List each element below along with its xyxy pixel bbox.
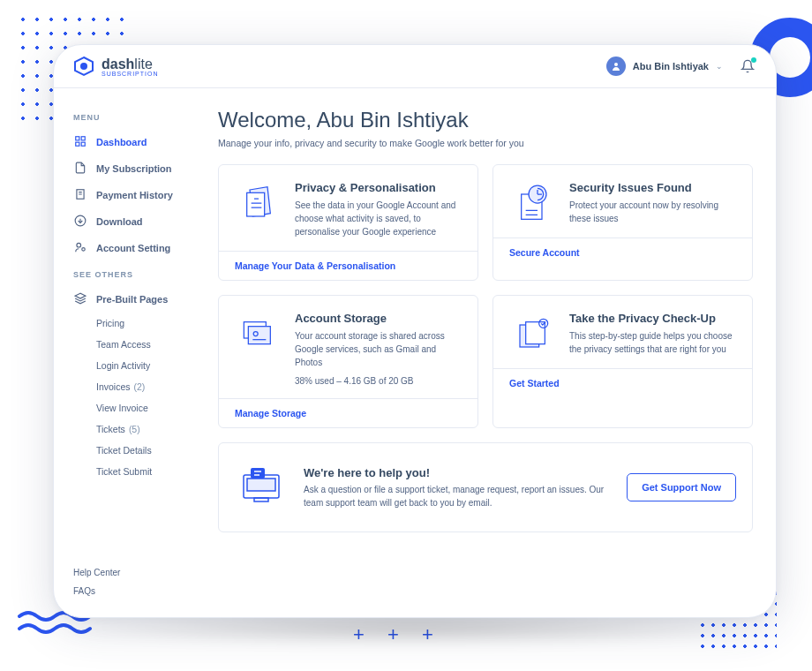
- sidebar-item-subscription[interactable]: My Subscription: [73, 155, 206, 182]
- user-area: Abu Bin Ishtiyak ⌄: [606, 57, 756, 76]
- card-storage: Account Storage Your account storage is …: [218, 295, 478, 428]
- main-content: Welcome, Abu Bin Ishtiyak Manage your in…: [206, 88, 776, 616]
- download-icon: [73, 215, 87, 229]
- faqs-link[interactable]: FAQs: [73, 582, 206, 600]
- privacy-icon: [235, 181, 282, 238]
- brand-logo-icon: [73, 56, 94, 77]
- brand-name: dashlite: [102, 57, 153, 72]
- sub-tickets[interactable]: Tickets(5): [96, 418, 206, 440]
- sidebar: MENU Dashboard My Subscription Payment H…: [54, 88, 206, 616]
- grid-icon: [73, 135, 87, 149]
- card-text: See the data in your Google Account and …: [295, 199, 462, 238]
- device-frame: dashlite SUBSCRIPTION Abu Bin Ishtiyak ⌄…: [53, 44, 777, 618]
- sub-view-invoice[interactable]: View Invoice: [96, 397, 206, 418]
- svg-rect-35: [251, 468, 265, 479]
- avatar-icon: [606, 57, 626, 76]
- sub-pricing[interactable]: Pricing: [96, 313, 206, 334]
- sub-ticket-details[interactable]: Ticket Details: [96, 440, 206, 461]
- receipt-icon: [73, 188, 87, 202]
- sidebar-item-download[interactable]: Download: [73, 208, 206, 235]
- card-title: Take the Privacy Check-Up: [569, 312, 736, 325]
- sidebar-item-payment-history[interactable]: Payment History: [73, 182, 206, 208]
- svg-rect-5: [76, 142, 79, 146]
- sidebar-others-label: SEE OTHERS: [73, 270, 206, 279]
- nav-label: Dashboard: [96, 137, 147, 147]
- sub-team-access[interactable]: Team Access: [96, 334, 206, 355]
- card-privacy: Privacy & Personalisation See the data i…: [218, 164, 478, 281]
- storage-icon: [235, 312, 282, 386]
- user-cog-icon: [73, 241, 87, 255]
- nav-label: My Subscription: [96, 163, 172, 174]
- svg-marker-14: [75, 293, 86, 298]
- card-title: Account Storage: [295, 312, 462, 325]
- checkup-icon: [509, 312, 557, 356]
- card-action-checkup[interactable]: Get Started: [493, 368, 752, 397]
- svg-rect-3: [76, 137, 79, 140]
- svg-rect-30: [526, 322, 545, 344]
- brand-subtitle: SUBSCRIPTION: [102, 71, 159, 77]
- svg-point-12: [77, 243, 81, 247]
- svg-point-13: [82, 248, 86, 252]
- nav-label: Pre-Built Pages: [96, 294, 168, 305]
- nav-label: Download: [96, 216, 143, 227]
- notification-button[interactable]: [739, 57, 756, 75]
- card-action-security[interactable]: Secure Account: [493, 237, 752, 267]
- svg-rect-6: [81, 142, 85, 146]
- sidebar-item-prebuilt[interactable]: Pre-Built Pages: [73, 286, 206, 313]
- file-icon: [73, 162, 87, 176]
- card-checkup: Take the Privacy Check-Up This step-by-s…: [492, 295, 753, 428]
- sub-ticket-submit[interactable]: Ticket Submit: [96, 461, 206, 482]
- svg-rect-26: [248, 327, 270, 344]
- svg-rect-34: [254, 498, 268, 501]
- get-support-button[interactable]: Get Support Now: [627, 473, 736, 501]
- notification-dot: [751, 57, 756, 63]
- svg-point-2: [614, 63, 618, 66]
- card-security: Security Issues Found Protect your accou…: [492, 164, 753, 281]
- card-title: Privacy & Personalisation: [295, 181, 462, 194]
- sub-invoices[interactable]: Invoices(2): [96, 376, 206, 397]
- help-icon: [235, 459, 288, 516]
- user-menu[interactable]: Abu Bin Ishtiyak ⌄: [606, 57, 723, 76]
- svg-rect-4: [81, 137, 85, 140]
- security-icon: [509, 181, 557, 225]
- card-title: Security Issues Found: [569, 181, 736, 194]
- user-name: Abu Bin Ishtiyak: [633, 61, 709, 72]
- help-title: We're here to help you!: [304, 466, 611, 479]
- svg-point-1: [80, 63, 87, 70]
- help-center-link[interactable]: Help Center: [73, 563, 206, 582]
- brand[interactable]: dashlite SUBSCRIPTION: [73, 56, 159, 77]
- card-action-privacy[interactable]: Manage Your Data & Personalisation: [219, 251, 477, 280]
- help-desc: Ask a question or file a support ticket,…: [304, 483, 611, 509]
- card-action-storage[interactable]: Manage Storage: [219, 398, 477, 427]
- page-subtitle: Manage your info, privacy and security t…: [218, 138, 753, 148]
- svg-rect-15: [247, 192, 265, 216]
- header: dashlite SUBSCRIPTION Abu Bin Ishtiyak ⌄: [54, 45, 776, 88]
- page-title: Welcome, Abu Bin Ishtiyak: [218, 108, 753, 132]
- layers-icon: [73, 292, 87, 306]
- storage-meta: 38% used – 4.16 GB of 20 GB: [295, 376, 462, 386]
- help-card: We're here to help you! Ask a question o…: [218, 442, 753, 532]
- nav-label: Account Setting: [96, 243, 170, 253]
- sidebar-menu-label: MENU: [73, 113, 206, 122]
- nav-label: Payment History: [96, 190, 173, 200]
- card-text: Your account storage is shared across Go…: [295, 329, 462, 369]
- card-text: This step-by-step guide helps you choose…: [569, 329, 736, 356]
- chevron-down-icon: ⌄: [716, 62, 723, 71]
- sidebar-item-account-setting[interactable]: Account Setting: [73, 235, 206, 261]
- card-text: Protect your account now by resolving th…: [569, 199, 736, 225]
- sidebar-item-dashboard[interactable]: Dashboard: [73, 129, 206, 155]
- sub-login-activity[interactable]: Login Activity: [96, 355, 206, 376]
- svg-rect-33: [247, 479, 275, 491]
